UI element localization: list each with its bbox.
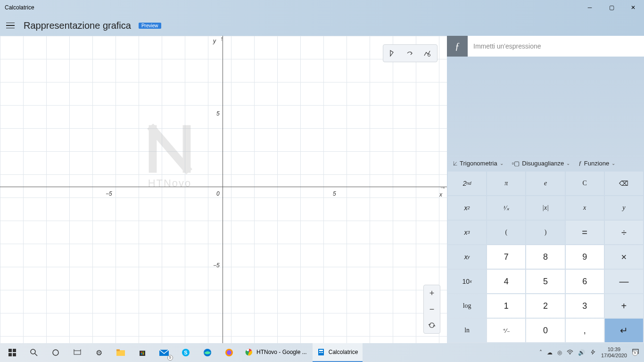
key-reciprocal[interactable]: ¹∕ₓ xyxy=(487,196,525,220)
key-divide[interactable]: ÷ xyxy=(605,221,643,244)
system-tray: ˄ ☁ ◎ 🔊 10:39 17/04/2020 5 xyxy=(539,346,642,359)
key-lparen[interactable]: ( xyxy=(487,221,525,244)
key-plus-minus[interactable]: ⁺∕₋ xyxy=(487,319,525,342)
key-clear[interactable]: C xyxy=(566,172,604,195)
key-backspace[interactable]: ⌫ xyxy=(605,172,643,195)
edge-icon[interactable] xyxy=(197,343,218,362)
store-icon[interactable] xyxy=(132,343,153,362)
app-title: Calcolatrice xyxy=(5,4,579,11)
tick-neg-y: −5 xyxy=(213,262,220,269)
key-x-squared[interactable]: x2 xyxy=(448,196,486,220)
svg-rect-11 xyxy=(141,352,142,353)
key-8[interactable]: 8 xyxy=(526,245,564,269)
hamburger-menu[interactable] xyxy=(5,20,16,31)
taskbar-app-chrome[interactable]: HTNovo - Google ... xyxy=(240,343,312,362)
key-x[interactable]: x xyxy=(566,196,604,220)
graph-pane[interactable]: ↑ → y x −5 5 5 −5 0 HTNovo + − xyxy=(0,36,447,343)
tick-neg-x: −5 xyxy=(106,190,112,197)
svg-rect-4 xyxy=(13,353,16,356)
start-button[interactable] xyxy=(2,343,23,362)
svg-rect-25 xyxy=(319,352,320,353)
key-e[interactable]: e xyxy=(526,172,564,195)
task-view-icon[interactable] xyxy=(67,343,88,362)
tick-origin: 0 xyxy=(216,190,220,197)
side-panel: ƒ ⟀ Trigonometria ⌄ ▫▢ Disuguaglianze ⌄ … xyxy=(447,36,644,343)
svg-rect-7 xyxy=(74,351,81,354)
key-9[interactable]: 9 xyxy=(566,245,604,269)
key-0[interactable]: 0 xyxy=(526,319,564,342)
key-x-pow-y[interactable]: xy xyxy=(448,245,486,269)
key-y[interactable]: y xyxy=(605,196,643,220)
tray-chevron-icon[interactable]: ˄ xyxy=(539,349,542,356)
key-rparen[interactable]: ) xyxy=(526,221,564,244)
key-1[interactable]: 1 xyxy=(487,294,525,318)
key-ten-pow-x[interactable]: 10x xyxy=(448,270,486,293)
key-equals[interactable]: = xyxy=(566,221,604,244)
key-comma[interactable]: , xyxy=(566,319,604,342)
key-3[interactable]: 3 xyxy=(566,294,604,318)
expression-input[interactable] xyxy=(468,36,644,57)
chevron-down-icon: ⌄ xyxy=(566,161,570,166)
mail-icon[interactable]: 5 xyxy=(154,343,174,362)
close-button[interactable]: ✕ xyxy=(622,0,644,15)
trace-tool[interactable] xyxy=(385,47,401,60)
tick-pos-y: 5 xyxy=(216,110,220,117)
firefox-icon[interactable] xyxy=(219,343,239,362)
key-6[interactable]: 6 xyxy=(566,270,604,293)
key-second[interactable]: 2nd xyxy=(448,172,486,195)
key-7[interactable]: 7 xyxy=(487,245,525,269)
function-dropdown[interactable]: ƒ Funzione ⌄ xyxy=(578,159,615,167)
inequality-dropdown[interactable]: ▫▢ Disuguaglianze ⌄ xyxy=(512,160,570,167)
zoom-in-button[interactable]: + xyxy=(424,285,440,301)
svg-rect-12 xyxy=(143,352,144,353)
key-add[interactable]: + xyxy=(605,294,643,318)
share-tool[interactable] xyxy=(402,47,418,60)
wifi-icon[interactable] xyxy=(567,349,573,356)
notif-badge: 5 xyxy=(632,350,638,356)
key-pi[interactable]: π xyxy=(487,172,525,195)
window-controls: ─ ▢ ✕ xyxy=(579,0,644,15)
preview-badge: Preview xyxy=(139,23,161,29)
skype-icon[interactable]: S xyxy=(175,343,196,362)
svg-rect-27 xyxy=(322,352,323,353)
svg-rect-9 xyxy=(116,349,120,351)
graph-options-tool[interactable] xyxy=(419,47,435,60)
volume-icon[interactable]: 🔊 xyxy=(578,349,585,356)
key-x-cubed[interactable]: x3 xyxy=(448,221,486,244)
titlebar: Calcolatrice ─ ▢ ✕ xyxy=(0,0,644,15)
key-log[interactable]: log xyxy=(448,294,486,318)
key-subtract[interactable]: — xyxy=(605,270,643,293)
tick-pos-x: 5 xyxy=(333,190,336,197)
clock[interactable]: 10:39 17/04/2020 xyxy=(601,346,627,359)
minimize-button[interactable]: ─ xyxy=(579,0,601,15)
maximize-button[interactable]: ▢ xyxy=(601,0,622,15)
x-axis-arrow-icon: → xyxy=(439,184,446,191)
notifications-icon[interactable]: 5 xyxy=(632,348,639,357)
taskbar-app-calculator[interactable]: Calcolatrice xyxy=(313,343,363,362)
location-icon[interactable]: ◎ xyxy=(557,349,562,356)
key-5[interactable]: 5 xyxy=(526,270,564,293)
search-icon[interactable] xyxy=(24,343,44,362)
power-icon[interactable] xyxy=(590,349,596,356)
trig-dropdown[interactable]: ⟀ Trigonometria ⌄ xyxy=(454,160,504,167)
key-2[interactable]: 2 xyxy=(526,294,564,318)
key-multiply[interactable]: × xyxy=(605,245,643,269)
zoom-controls: + − xyxy=(423,285,440,334)
settings-icon[interactable]: ⚙ xyxy=(89,343,109,362)
file-explorer-icon[interactable] xyxy=(110,343,131,362)
svg-point-5 xyxy=(31,349,35,354)
key-abs[interactable]: |x| xyxy=(526,196,564,220)
mail-badge: 5 xyxy=(167,355,173,361)
function-icon: ƒ xyxy=(578,159,582,167)
expression-input-row: ƒ xyxy=(447,36,644,57)
key-ln[interactable]: ln xyxy=(448,319,486,342)
cortana-icon[interactable] xyxy=(45,343,66,362)
zoom-out-button[interactable]: − xyxy=(424,301,440,317)
svg-rect-14 xyxy=(143,354,144,355)
zoom-reset-button[interactable] xyxy=(424,317,440,333)
key-enter[interactable]: ↵ xyxy=(605,319,643,342)
panel-spacer xyxy=(447,57,644,155)
key-4[interactable]: 4 xyxy=(487,270,525,293)
chevron-down-icon: ⌄ xyxy=(611,161,615,166)
cloud-icon[interactable]: ☁ xyxy=(547,349,553,356)
